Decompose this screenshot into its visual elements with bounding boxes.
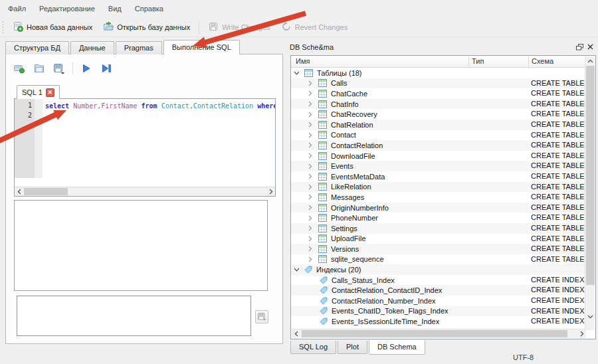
tree-group-row[interactable]: Индексы (20) [291, 264, 585, 275]
chevron-right-icon[interactable] [308, 246, 313, 252]
table-row[interactable]: EventsMetaDataCREATE TABLE ... [291, 171, 585, 182]
save-results-button[interactable] [255, 310, 268, 323]
chevron-right-icon[interactable] [308, 163, 313, 169]
table-row[interactable]: sqlite_sequenceCREATE TABLE ... [291, 254, 585, 265]
column-name[interactable]: Имя [296, 57, 310, 65]
execute-line-button[interactable] [98, 61, 114, 76]
chevron-down-icon[interactable] [294, 71, 299, 75]
table-row[interactable]: ChatCacheCREATE TABLE ... [291, 88, 585, 99]
editor-hscrollbar[interactable] [15, 187, 275, 196]
sql-editor-tab[interactable]: SQL 1 ✕ [17, 85, 60, 99]
menu-item[interactable]: Вид [102, 1, 128, 16]
chevron-right-icon[interactable] [308, 80, 313, 86]
table-row[interactable]: ContactRelationCREATE TABLE ... [291, 140, 585, 151]
chevron-right-icon[interactable] [308, 101, 313, 107]
tree-hscrollbar[interactable] [292, 329, 586, 338]
chevron-right-icon[interactable] [308, 142, 313, 148]
open-sql-tab-button[interactable] [11, 61, 27, 76]
chevron-right-icon[interactable] [308, 205, 313, 211]
table-icon [318, 110, 327, 118]
sql-editor[interactable]: 12 select Number,FirstName from Contact,… [14, 98, 276, 197]
tree-vscrollbar[interactable] [585, 56, 595, 330]
scroll-right-icon[interactable] [577, 329, 586, 338]
chevron-right-icon[interactable] [308, 90, 313, 96]
table-row[interactable]: ContactCREATE TABLE ... [291, 130, 585, 141]
scroll-right-icon[interactable] [266, 187, 275, 196]
results-grid[interactable] [14, 200, 268, 291]
tree-vscroll-thumb[interactable] [586, 66, 595, 285]
column-schema[interactable]: Схема [532, 57, 553, 65]
open-sql-file-button[interactable] [31, 61, 47, 76]
table-row[interactable]: EventsCREATE TABLE ... [291, 161, 585, 171]
tab-Данные[interactable]: Данные [70, 41, 114, 54]
tree-item-label: Messages [331, 193, 364, 201]
dock-float-icon[interactable] [574, 42, 585, 52]
chevron-right-icon[interactable] [308, 122, 313, 128]
table-row[interactable]: OriginNumberInfoCREATE TABLE ... [291, 203, 585, 213]
table-row[interactable]: DownloadFileCREATE TABLE ... [291, 151, 585, 161]
revert-changes-button[interactable]: Revert Changes [276, 18, 353, 37]
tab-Выполнение SQL[interactable]: Выполнение SQL [163, 40, 240, 54]
sql-token-table: Contact,ContactRelation [161, 102, 253, 110]
chevron-right-icon[interactable] [308, 184, 313, 190]
chevron-right-icon[interactable] [308, 173, 313, 179]
db-schema-tree: Имя Тип Схема Таблицы (18)CallsCREATE TA… [290, 55, 596, 339]
index-row[interactable]: Events_ChatID_Token_Flags_IndexCREATE IN… [291, 306, 585, 317]
dock-tab-SQL Log[interactable]: SQL Log [290, 341, 336, 354]
tab-Pragmas[interactable]: Pragmas [116, 41, 162, 54]
index-row[interactable]: Events_IsSessionLifeTime_IndexCREATE IND… [291, 316, 585, 327]
index-row[interactable]: ContactRelation_Number_IndexCREATE INDEX… [291, 296, 585, 306]
table-row[interactable]: UploadFileCREATE TABLE ... [291, 234, 585, 244]
table-row[interactable]: LikeRelationCREATE TABLE ... [291, 182, 585, 193]
menu-item[interactable]: Справка [128, 1, 170, 16]
dock-close-icon[interactable] [585, 42, 595, 52]
tab-Структура БД[interactable]: Структура БД [5, 41, 69, 54]
table-icon [318, 162, 327, 170]
scroll-left-icon[interactable] [15, 187, 23, 196]
chevron-right-icon[interactable] [308, 236, 313, 242]
chevron-right-icon[interactable] [308, 153, 313, 159]
chevron-right-icon[interactable] [308, 225, 313, 231]
column-type[interactable]: Тип [472, 57, 484, 65]
editor-hscroll-thumb[interactable] [24, 188, 68, 195]
table-row[interactable]: MessagesCREATE TABLE ... [291, 192, 585, 203]
dock-tab-DB Schema[interactable]: DB Schema [369, 340, 425, 355]
tree-group-row[interactable]: Таблицы (18) [291, 68, 585, 78]
chevron-right-icon[interactable] [308, 112, 313, 118]
revert-changes-icon [281, 21, 292, 33]
table-row[interactable]: ChatRecoveryCREATE TABLE ... [291, 109, 585, 120]
table-row[interactable]: ChatRelationCREATE TABLE ... [291, 120, 585, 130]
index-row[interactable]: Calls_Status_IndexCREATE INDEX ... [291, 275, 585, 286]
tree-hscroll-thumb[interactable] [302, 330, 567, 337]
encoding-status[interactable]: UTF-8 [513, 353, 534, 361]
scroll-up-icon[interactable] [586, 56, 595, 65]
save-sql-file-button[interactable] [51, 61, 67, 76]
tree-item-label: PhoneNumber [331, 214, 378, 222]
execute-sql-button[interactable] [78, 61, 94, 76]
write-changes-icon [208, 21, 219, 33]
scroll-left-icon[interactable] [292, 329, 300, 338]
message-area[interactable] [17, 296, 251, 336]
chevron-right-icon[interactable] [308, 132, 313, 138]
table-row[interactable]: SettingsCREATE TABLE ... [291, 223, 585, 234]
chevron-right-icon[interactable] [308, 256, 313, 262]
open-database-button[interactable]: Открыть базу данных [98, 18, 195, 37]
chevron-right-icon[interactable] [308, 215, 313, 221]
chevron-down-icon[interactable] [294, 268, 299, 272]
close-sql-tab-icon[interactable]: ✕ [46, 88, 54, 97]
schema-cell: CREATE TABLE ... [531, 183, 593, 191]
new-database-button[interactable]: Новая база данных [7, 18, 98, 37]
scroll-down-icon[interactable] [586, 312, 595, 321]
toolbar-grip[interactable] [1, 20, 5, 35]
menu-item[interactable]: Редактирование [33, 1, 102, 16]
dock-tab-Plot[interactable]: Plot [338, 341, 367, 354]
menu-item[interactable]: Файл [1, 1, 33, 16]
chevron-right-icon[interactable] [308, 194, 313, 200]
table-row[interactable]: CallsCREATE TABLE ... [291, 78, 585, 89]
table-row[interactable]: ChatInfoCREATE TABLE ... [291, 99, 585, 110]
table-row[interactable]: VersionsCREATE TABLE ... [291, 244, 585, 254]
schema-cell: CREATE INDEX ... [531, 276, 593, 284]
index-row[interactable]: ContactRelation_ContactID_IndexCREATE IN… [291, 285, 585, 296]
write-changes-button[interactable]: Write Changes [203, 18, 276, 37]
table-row[interactable]: PhoneNumberCREATE TABLE ... [291, 213, 585, 223]
